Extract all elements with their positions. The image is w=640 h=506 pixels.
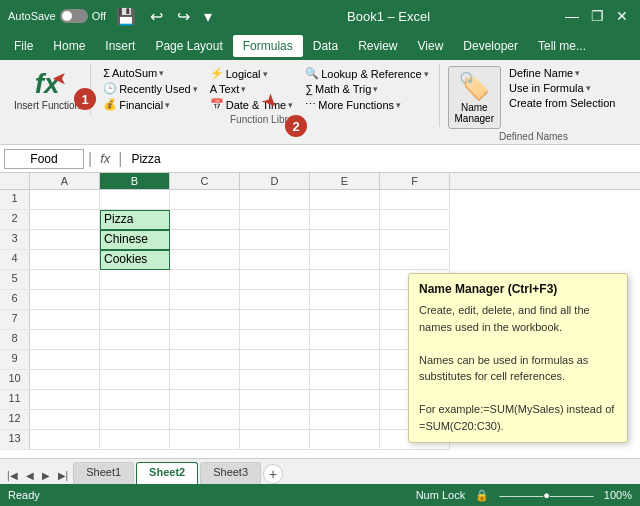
cell-b12[interactable]	[100, 410, 170, 430]
cell-c9[interactable]	[170, 350, 240, 370]
cell-f4[interactable]	[380, 250, 450, 270]
row-header-4[interactable]: 4	[0, 250, 30, 270]
define-name-button[interactable]: Define Name ▾	[505, 66, 619, 80]
restore-button[interactable]: ❐	[587, 8, 608, 24]
cell-b8[interactable]	[100, 330, 170, 350]
cell-e3[interactable]	[310, 230, 380, 250]
row-header-11[interactable]: 11	[0, 390, 30, 410]
cell-d4[interactable]	[240, 250, 310, 270]
menu-formulas[interactable]: Formulas	[233, 35, 303, 57]
sheet-tab-sheet2[interactable]: Sheet2	[136, 462, 198, 484]
cell-c13[interactable]	[170, 430, 240, 450]
row-header-10[interactable]: 10	[0, 370, 30, 390]
cell-e5[interactable]	[310, 270, 380, 290]
row-header-12[interactable]: 12	[0, 410, 30, 430]
cell-f3[interactable]	[380, 230, 450, 250]
cell-a3[interactable]	[30, 230, 100, 250]
menu-home[interactable]: Home	[43, 35, 95, 57]
cell-e11[interactable]	[310, 390, 380, 410]
name-manager-button[interactable]: 🏷️ NameManager	[448, 66, 501, 129]
row-header-6[interactable]: 6	[0, 290, 30, 310]
cell-b10[interactable]	[100, 370, 170, 390]
col-header-c[interactable]: C	[170, 173, 240, 189]
menu-data[interactable]: Data	[303, 35, 348, 57]
cell-c8[interactable]	[170, 330, 240, 350]
cell-c12[interactable]	[170, 410, 240, 430]
cell-d11[interactable]	[240, 390, 310, 410]
create-from-selection-button[interactable]: Create from Selection	[505, 96, 619, 110]
menu-insert[interactable]: Insert	[95, 35, 145, 57]
menu-review[interactable]: Review	[348, 35, 407, 57]
col-header-b[interactable]: B	[100, 173, 170, 189]
close-button[interactable]: ✕	[612, 8, 632, 24]
cell-d5[interactable]	[240, 270, 310, 290]
menu-page-layout[interactable]: Page Layout	[145, 35, 232, 57]
cell-e7[interactable]	[310, 310, 380, 330]
menu-developer[interactable]: Developer	[453, 35, 528, 57]
autosave-switch[interactable]	[60, 9, 88, 23]
cell-d8[interactable]	[240, 330, 310, 350]
menu-tell-me[interactable]: Tell me...	[528, 35, 596, 57]
cell-a10[interactable]	[30, 370, 100, 390]
cell-c2[interactable]	[170, 210, 240, 230]
cell-e9[interactable]	[310, 350, 380, 370]
cell-e4[interactable]	[310, 250, 380, 270]
menu-view[interactable]: View	[408, 35, 454, 57]
cell-e1[interactable]	[310, 190, 380, 210]
cell-a4[interactable]	[30, 250, 100, 270]
cell-a2[interactable]	[30, 210, 100, 230]
row-header-8[interactable]: 8	[0, 330, 30, 350]
row-header-5[interactable]: 5	[0, 270, 30, 290]
cell-c7[interactable]	[170, 310, 240, 330]
cell-b2[interactable]: Pizza	[100, 210, 170, 230]
customize-icon[interactable]: ▾	[200, 5, 216, 28]
math-trig-button[interactable]: ∑ Math & Trig ▾	[301, 82, 432, 96]
cell-c3[interactable]	[170, 230, 240, 250]
cell-d1[interactable]	[240, 190, 310, 210]
name-box[interactable]	[4, 149, 84, 169]
cell-c4[interactable]	[170, 250, 240, 270]
recently-used-button[interactable]: 🕒 Recently Used ▾	[99, 81, 202, 96]
sheet-nav-last[interactable]: ▶|	[55, 469, 72, 482]
row-header-1[interactable]: 1	[0, 190, 30, 210]
cell-d3[interactable]	[240, 230, 310, 250]
cell-a7[interactable]	[30, 310, 100, 330]
autosave-toggle[interactable]: AutoSave Off	[8, 9, 106, 23]
cell-d2[interactable]	[240, 210, 310, 230]
col-header-a[interactable]: A	[30, 173, 100, 189]
undo-icon[interactable]: ↩	[146, 5, 167, 28]
zoom-slider[interactable]: ————●————	[499, 489, 594, 501]
formula-input[interactable]	[126, 149, 636, 169]
text-button[interactable]: A Text ▾	[206, 82, 298, 96]
menu-file[interactable]: File	[4, 35, 43, 57]
logical-button[interactable]: ⚡ Logical ▾	[206, 66, 298, 81]
autosum-button[interactable]: Σ AutoSum ▾	[99, 66, 202, 80]
sheet-nav-first[interactable]: |◀	[4, 469, 21, 482]
cell-c5[interactable]	[170, 270, 240, 290]
cell-b13[interactable]	[100, 430, 170, 450]
row-header-2[interactable]: 2	[0, 210, 30, 230]
cell-e2[interactable]	[310, 210, 380, 230]
cell-a6[interactable]	[30, 290, 100, 310]
cell-d9[interactable]	[240, 350, 310, 370]
col-header-f[interactable]: F	[380, 173, 450, 189]
cell-a1[interactable]	[30, 190, 100, 210]
cell-c1[interactable]	[170, 190, 240, 210]
cell-e6[interactable]	[310, 290, 380, 310]
cell-b9[interactable]	[100, 350, 170, 370]
cell-d7[interactable]	[240, 310, 310, 330]
row-header-13[interactable]: 13	[0, 430, 30, 450]
cell-d12[interactable]	[240, 410, 310, 430]
cell-a12[interactable]	[30, 410, 100, 430]
date-time-button[interactable]: 📅 Date & Time ▾	[206, 97, 298, 112]
row-header-9[interactable]: 9	[0, 350, 30, 370]
cell-e13[interactable]	[310, 430, 380, 450]
cell-c10[interactable]	[170, 370, 240, 390]
more-functions-button[interactable]: ⋯ More Functions ▾	[301, 97, 432, 112]
minimize-button[interactable]: —	[561, 8, 583, 24]
cell-b7[interactable]	[100, 310, 170, 330]
add-sheet-button[interactable]: +	[263, 464, 283, 484]
row-header-7[interactable]: 7	[0, 310, 30, 330]
cell-e10[interactable]	[310, 370, 380, 390]
cell-a13[interactable]	[30, 430, 100, 450]
